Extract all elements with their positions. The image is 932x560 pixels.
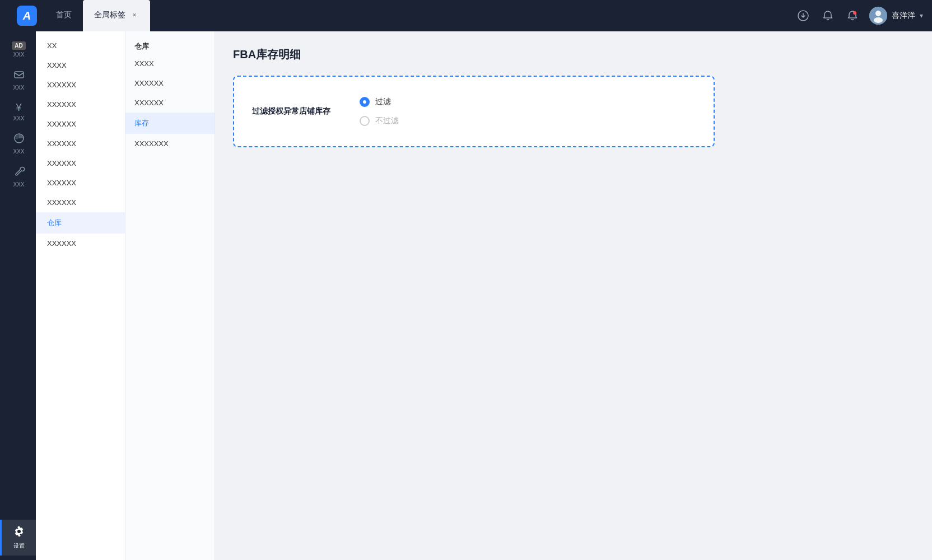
user-menu[interactable]: 喜洋洋 ▾ — [869, 7, 923, 25]
radio-circle-filter[interactable] — [360, 97, 370, 107]
content-area: FBA库存明细 过滤授权异常店铺库存 过滤 不过滤 — [215, 31, 932, 560]
logo-area: A — [9, 6, 45, 26]
radio-label-no-filter: 不过滤 — [375, 116, 399, 126]
svg-point-1 — [853, 11, 856, 15]
sidebar-label-yuan: XXX — [13, 115, 24, 122]
page-title: FBA库存明细 — [233, 47, 914, 62]
sidebar-item-yuan[interactable]: ¥ XXX — [0, 96, 36, 127]
main-area: AD XXX XXX ¥ XXX — [0, 31, 932, 560]
sidebar-label-ad: XXX — [13, 52, 24, 58]
sidebar-label-settings: 设置 — [13, 542, 25, 550]
topbar: A 首页 全局标签 × — [0, 0, 932, 31]
avatar — [869, 7, 887, 25]
sidebar-item-settings[interactable]: 设置 — [0, 520, 36, 556]
radio-option-no-filter[interactable]: 不过滤 — [360, 116, 399, 126]
app-logo: A — [17, 6, 37, 26]
tab-close-icon[interactable]: × — [130, 11, 139, 20]
second-nav-item-4[interactable]: XXXXXX — [36, 134, 125, 153]
tab-global-tags-label: 全局标签 — [94, 10, 125, 20]
settings-icon — [13, 525, 25, 540]
tab-global-tags[interactable]: 全局标签 × — [83, 0, 150, 31]
user-dropdown-icon: ▾ — [920, 12, 923, 20]
tools-icon — [13, 166, 25, 180]
svg-point-7 — [17, 530, 21, 533]
third-nav: 仓库 XXXX XXXXXX XXXXXX 库存 XXXXXXX — [125, 31, 215, 560]
sidebar-label-chart: XXX — [13, 148, 24, 155]
second-nav-item-6[interactable]: XXXXXX — [36, 173, 125, 193]
svg-rect-5 — [15, 72, 24, 78]
second-nav-item-5[interactable]: XXXXXX — [36, 153, 125, 173]
third-nav-item-xxxx[interactable]: XXXX — [125, 54, 215, 73]
download-icon[interactable] — [795, 8, 811, 24]
third-nav-section-title: 仓库 — [125, 36, 215, 54]
mail-icon — [13, 69, 25, 83]
second-nav-item-7[interactable]: XXXXXX — [36, 193, 125, 212]
second-nav-item-8[interactable]: XXXXXX — [36, 234, 125, 253]
second-nav-item-2[interactable]: XXXXXX — [36, 95, 125, 114]
second-nav-item-xx[interactable]: XX — [36, 36, 125, 55]
second-nav-item-3[interactable]: XXXXXX — [36, 114, 125, 134]
chart-icon — [13, 133, 25, 147]
username: 喜洋洋 — [892, 11, 915, 21]
settings-row-filter: 过滤授权异常店铺库存 过滤 不过滤 — [252, 90, 696, 133]
third-nav-item-kucun[interactable]: 库存 — [125, 113, 215, 134]
radio-circle-no-filter[interactable] — [360, 116, 370, 126]
third-nav-item-1[interactable]: XXXXXX — [125, 73, 215, 93]
second-nav-item-1[interactable]: XXXXXX — [36, 75, 125, 95]
topbar-right: 喜洋洋 ▾ — [795, 7, 923, 25]
tab-home[interactable]: 首页 — [45, 0, 83, 31]
sidebar-item-mail[interactable]: XXX — [0, 63, 36, 96]
sidebar-label-mail: XXX — [13, 85, 24, 91]
radio-group: 过滤 不过滤 — [360, 97, 399, 126]
second-nav: XX XXXX XXXXXX XXXXXX XXXXXX XXXXXX XXXX… — [36, 31, 125, 560]
svg-point-3 — [875, 11, 881, 16]
topbar-tabs: 首页 全局标签 × — [45, 0, 795, 31]
sidebar: AD XXX XXX ¥ XXX — [0, 31, 36, 560]
radio-label-filter: 过滤 — [375, 97, 391, 107]
bell-icon[interactable] — [820, 8, 836, 24]
second-nav-item-xxxx[interactable]: XXXX — [36, 55, 125, 75]
sidebar-item-chart[interactable]: XXX — [0, 127, 36, 160]
third-nav-item-xxxxxxx[interactable]: XXXXXXX — [125, 134, 215, 153]
sidebar-item-ad[interactable]: AD XXX — [0, 36, 36, 63]
radio-option-filter[interactable]: 过滤 — [360, 97, 399, 107]
alert-icon[interactable] — [845, 8, 860, 24]
third-nav-item-2[interactable]: XXXXXX — [125, 93, 215, 113]
yuan-icon: ¥ — [16, 102, 21, 114]
tab-home-label: 首页 — [56, 10, 72, 20]
svg-point-4 — [874, 17, 883, 23]
settings-card: 过滤授权异常店铺库存 过滤 不过滤 — [233, 76, 715, 147]
sidebar-item-tools[interactable]: XXX — [0, 160, 36, 193]
ad-icon: AD — [12, 41, 25, 50]
second-nav-item-cangku[interactable]: 仓库 — [36, 212, 125, 234]
sidebar-label-tools: XXX — [13, 181, 24, 188]
settings-row-label: 过滤授权异常店铺库存 — [252, 106, 342, 116]
